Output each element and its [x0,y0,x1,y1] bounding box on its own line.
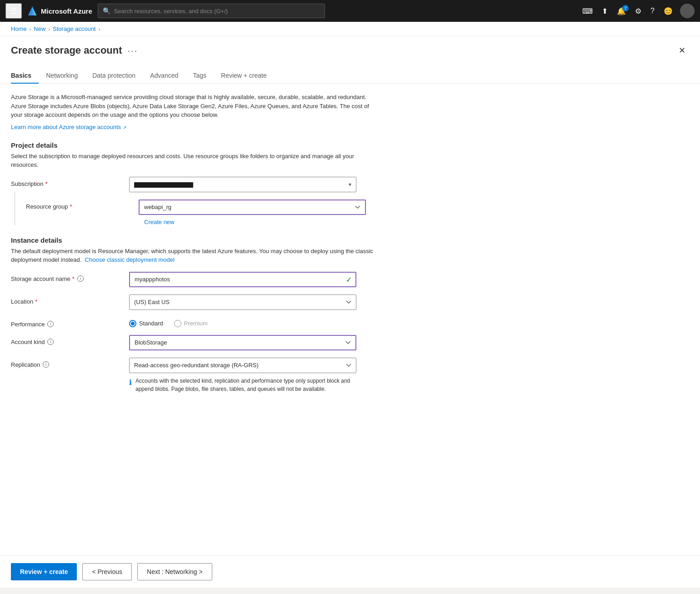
performance-premium-radio[interactable] [174,320,181,327]
rg-required: * [70,203,72,210]
project-details-heading: Project details [11,141,375,149]
valid-checkmark-icon: ✓ [346,275,352,284]
tab-data-protection[interactable]: Data protection [85,68,143,84]
search-icon: 🔍 [103,7,110,15]
subscription-redacted [134,181,193,188]
storage-account-name-label: Storage account name * i [11,272,129,282]
main-container: Create storage account ··· ✕ Basics Netw… [0,36,700,555]
info-circle-icon: ℹ [129,377,132,388]
performance-premium-label: Premium [184,320,208,327]
topbar: ☰ Microsoft Azure 🔍 ⌨ ⬆ 🔔 7 ⚙ ? 😊 [0,0,700,22]
account-kind-field: Account kind i BlobStorage [11,335,375,350]
close-button[interactable]: ✕ [675,44,689,57]
resource-group-dropdown[interactable]: webapi_rg [139,200,366,215]
performance-radio-group: Standard Premium [129,317,375,327]
breadcrumb-home[interactable]: Home [11,25,27,32]
tab-tags[interactable]: Tags [185,68,214,84]
tabs-bar: Basics Networking Data protection Advanc… [0,59,700,84]
create-new-link[interactable]: Create new [144,219,174,225]
location-control: (US) East US [129,295,375,310]
tab-review-create[interactable]: Review + create [214,68,274,84]
classic-deployment-link[interactable]: Choose classic deployment model [85,256,175,263]
smile-icon: 😊 [664,7,673,15]
gear-icon: ⚙ [635,7,641,15]
breadcrumb-storage-account[interactable]: Storage account [53,25,96,32]
upload-button[interactable]: ⬆ [598,4,611,18]
resource-group-row: Resource group * webapi_rg Create new [11,200,375,225]
subscription-field: Subscription * ▾ [11,177,375,192]
storage-name-info-icon: i [77,275,84,282]
tab-advanced[interactable]: Advanced [143,68,185,84]
replication-dropdown[interactable]: Read-access geo-redundant storage (RA-GR… [129,358,356,373]
learn-more-link[interactable]: Learn more about Azure storage accounts … [11,124,126,130]
location-required: * [35,298,37,305]
subscription-dropdown[interactable]: ▾ [129,177,356,192]
storage-account-name-control: ✓ [129,272,375,287]
tab-basics[interactable]: Basics [11,68,39,84]
subscription-required: * [45,180,48,187]
page-options-button[interactable]: ··· [128,45,138,56]
replication-note-text: Accounts with the selected kind, replica… [135,377,356,393]
location-label: Location * [11,295,129,305]
tab-networking[interactable]: Networking [39,68,85,84]
page-header: Create storage account ··· ✕ [0,36,700,57]
hamburger-menu-button[interactable]: ☰ [5,3,22,19]
replication-control: Read-access geo-redundant storage (RA-GR… [129,358,375,393]
performance-info-icon: i [47,321,54,327]
performance-standard-radio[interactable] [129,320,136,327]
cloud-shell-button[interactable]: ⌨ [579,4,596,18]
review-create-button[interactable]: Review + create [11,563,77,580]
content-area: Azure Storage is a Microsoft-managed ser… [0,84,386,409]
performance-field: Performance i Standard Premium [11,317,375,328]
search-input[interactable] [114,8,320,15]
performance-label: Performance i [11,317,129,328]
replication-info-icon: i [43,361,49,368]
external-link-icon: ↗ [123,125,126,130]
account-kind-info-icon: i [47,339,54,345]
notification-badge: 7 [622,5,629,11]
feedback-button[interactable]: 😊 [660,4,676,18]
indent-line [15,192,15,225]
previous-button[interactable]: < Previous [82,563,132,580]
create-new-area: Create new [20,217,375,225]
help-button[interactable]: ? [647,4,658,18]
breadcrumb-new[interactable]: New [34,25,45,32]
resource-group-field: Resource group * webapi_rg [20,200,375,215]
performance-standard-option[interactable]: Standard [129,320,163,327]
account-kind-dropdown[interactable]: BlobStorage [129,335,356,350]
next-networking-button[interactable]: Next : Networking > [137,563,212,580]
storage-account-name-field: Storage account name * i ✓ [11,272,375,287]
account-kind-label: Account kind i [11,335,129,345]
resource-group-control: webapi_rg [139,200,375,215]
resource-group-label: Resource group * [20,200,139,210]
page-title: Create storage account [11,45,122,56]
breadcrumb-sep-3: › [99,26,100,32]
account-kind-control: BlobStorage [129,335,375,350]
subscription-control: ▾ [129,177,375,192]
instance-details-heading: Instance details [11,236,375,244]
app-name: Microsoft Azure [41,7,92,15]
user-avatar[interactable] [680,4,695,18]
location-dropdown[interactable]: (US) East US [129,295,356,310]
bottom-bar: Review + create < Previous Next : Networ… [0,555,700,588]
basics-description: Azure Storage is a Microsoft-managed ser… [11,93,375,120]
replication-label: Replication i [11,358,129,368]
search-bar[interactable]: 🔍 [98,4,325,18]
page-title-row: Create storage account ··· [11,45,138,56]
replication-field: Replication i Read-access geo-redundant … [11,358,375,393]
azure-logo-icon [27,6,37,16]
breadcrumb: Home › New › Storage account › [0,22,700,36]
project-details-desc: Select the subscription to manage deploy… [11,152,375,170]
settings-button[interactable]: ⚙ [631,4,645,18]
performance-standard-label: Standard [139,320,163,327]
subscription-label: Subscription * [11,177,129,187]
storage-account-name-input[interactable] [129,272,356,287]
subscription-chevron-icon: ▾ [349,181,351,188]
replication-info-note: ℹ Accounts with the selected kind, repli… [129,377,356,393]
upload-icon: ⬆ [602,7,608,15]
notifications-button[interactable]: 🔔 7 [613,4,630,18]
radio-dot [131,322,135,325]
performance-premium-option[interactable]: Premium [174,320,208,327]
topbar-icons: ⌨ ⬆ 🔔 7 ⚙ ? 😊 [579,4,695,18]
san-required: * [72,275,75,282]
